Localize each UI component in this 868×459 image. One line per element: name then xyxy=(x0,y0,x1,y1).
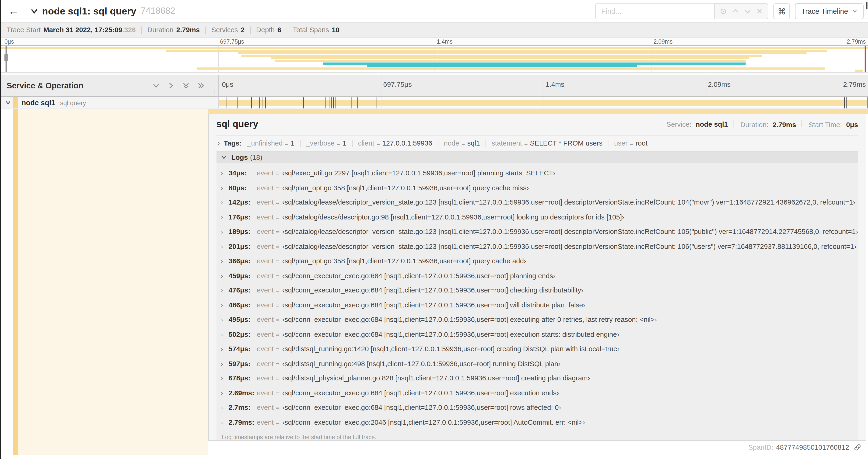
log-marker-tick xyxy=(262,97,262,108)
deep-link-icon[interactable] xyxy=(854,444,861,451)
log-row[interactable]: › 189μs: event = ‹sql/catalog/lease/desc… xyxy=(221,225,858,239)
focus-match-icon[interactable] xyxy=(717,5,729,17)
back-button[interactable]: ← xyxy=(4,0,23,22)
log-row[interactable]: › 2.79ms: event = ‹sql/conn_executor_exe… xyxy=(221,415,858,430)
log-row[interactable]: › 2.69ms: event = ‹sql/conn_executor_exe… xyxy=(221,386,858,400)
log-row[interactable]: › 142μs: event = ‹sql/catalog/lease/desc… xyxy=(221,195,858,210)
log-timestamp: 80μs: xyxy=(228,184,257,192)
find-input[interactable] xyxy=(595,3,714,19)
log-row[interactable]: › 2.7ms: event = ‹sql/conn_executor_exec… xyxy=(221,400,858,415)
log-row[interactable]: › 597μs: event = ‹sql/distsql_running.go… xyxy=(221,356,858,371)
view-selector-button[interactable]: Trace Timeline xyxy=(795,3,864,19)
log-row[interactable]: › 574μs: event = ‹sql/distsql_running.go… xyxy=(221,342,858,356)
log-expand-icon[interactable]: › xyxy=(221,199,228,206)
log-row[interactable]: › 176μs: event = ‹sql/catalog/descs/desc… xyxy=(221,210,858,225)
log-expand-icon[interactable]: › xyxy=(221,184,228,192)
tags-row[interactable]: › Tags: _unfinished = 1 _verbose = 1 xyxy=(216,135,858,151)
log-equals: = xyxy=(276,214,280,220)
next-match-icon[interactable] xyxy=(741,5,753,17)
log-row[interactable]: › 80μs: event = ‹sql/plan_opt.go:358 [ns… xyxy=(221,181,858,195)
expand-one-icon[interactable] xyxy=(167,81,175,89)
log-row[interactable]: › 486μs: event = ‹sql/conn_executor_exec… xyxy=(221,298,858,313)
log-equals: = xyxy=(276,375,280,382)
collapse-trace-icon[interactable] xyxy=(30,6,39,15)
minimap-right-scrubber[interactable] xyxy=(865,46,866,72)
page-scrollbar-thumb[interactable] xyxy=(866,2,868,9)
log-expand-icon[interactable]: › xyxy=(221,374,228,382)
span-indent-guide xyxy=(13,109,18,455)
log-expand-icon[interactable]: › xyxy=(221,287,228,294)
span-duration-bar[interactable] xyxy=(219,100,868,106)
collapse-all-icon[interactable] xyxy=(182,81,190,89)
log-timestamp: 486μs: xyxy=(228,301,257,309)
log-row[interactable]: › 34μs: event = ‹sql/exec_util.go:2297 [… xyxy=(221,166,858,181)
tag-equals: = xyxy=(524,140,528,146)
service-operation-header: Service & Operation ❘❘ xyxy=(1,75,219,96)
span-id-row: SpanID: 4877749850101760812 xyxy=(208,441,868,454)
log-expand-icon[interactable]: › xyxy=(221,272,228,280)
log-event-value: ‹sql/distsql_running.go:1420 [nsql1,clie… xyxy=(282,345,620,353)
log-row[interactable]: › 366μs: event = ‹sql/plan_opt.go:358 [n… xyxy=(221,254,858,268)
tags-expand-icon[interactable]: › xyxy=(217,139,220,147)
minimap-tick-label: 0μs xyxy=(4,38,14,45)
log-event-value: ‹sql/conn_executor_exec.go:2046 [nsql1,c… xyxy=(282,418,585,426)
log-timestamp: 201μs: xyxy=(228,242,257,250)
log-equals: = xyxy=(276,404,280,411)
log-row[interactable]: › 459μs: event = ‹sql/conn_executor_exec… xyxy=(221,268,858,283)
logs-footnote: Log timestamps are relative to the start… xyxy=(216,430,858,440)
log-row[interactable]: › 201μs: event = ‹sql/catalog/lease/desc… xyxy=(221,239,858,254)
span-indent-guide xyxy=(13,97,18,108)
collapse-one-icon[interactable] xyxy=(152,81,160,89)
log-expand-icon[interactable]: › xyxy=(221,330,228,338)
tag-item: statement = SELECT * FROM users xyxy=(480,139,602,147)
log-expand-icon[interactable]: › xyxy=(221,389,228,397)
log-row[interactable]: › 495μs: event = ‹sql/conn_executor_exec… xyxy=(221,313,858,327)
log-event-key: event xyxy=(257,330,274,338)
span-row-timeline[interactable] xyxy=(219,97,868,108)
log-expand-icon[interactable]: › xyxy=(221,418,228,426)
tag-value: 127.0.0.1:59936 xyxy=(382,139,432,147)
expand-all-icon[interactable] xyxy=(197,81,205,89)
detail-meta-label: Service: xyxy=(666,121,691,128)
log-marker-tick xyxy=(303,97,304,108)
log-event-key: event xyxy=(257,257,274,265)
logs-header[interactable]: Logs (18) xyxy=(216,152,858,163)
log-row[interactable]: › 502μs: event = ‹sql/conn_executor_exec… xyxy=(221,327,858,342)
log-event-value: ‹sql/plan_opt.go:358 [nsql1,client=127.0… xyxy=(282,184,529,192)
span-collapse-icon[interactable] xyxy=(5,100,11,106)
log-expand-icon[interactable]: › xyxy=(221,301,228,309)
minimap-tick-label: 2.09ms xyxy=(654,38,673,45)
log-expand-icon[interactable]: › xyxy=(221,228,228,236)
log-event-value: ‹sql/exec_util.go:2297 [nsql1,client=127… xyxy=(282,169,555,177)
detail-meta: Service: node sql1 Duration: 2.79ms Star… xyxy=(666,120,858,129)
summary-value: March 31 2022, 17:25:09 xyxy=(43,26,122,34)
log-marker-tick xyxy=(329,97,329,108)
prev-match-icon[interactable] xyxy=(729,5,741,17)
log-timestamp: 176μs: xyxy=(228,214,257,221)
log-row[interactable]: › 476μs: event = ‹sql/conn_executor_exec… xyxy=(221,283,858,298)
log-expand-icon[interactable]: › xyxy=(221,360,228,368)
log-expand-icon[interactable]: › xyxy=(221,404,228,412)
log-expand-icon[interactable]: › xyxy=(221,169,228,177)
log-marker-tick xyxy=(331,97,332,108)
logs-list: › 34μs: event = ‹sql/exec_util.go:2297 [… xyxy=(216,163,858,430)
summary-label: Duration xyxy=(147,26,174,34)
clear-find-icon[interactable] xyxy=(753,5,766,17)
logs-collapse-icon[interactable] xyxy=(221,154,227,160)
span-row-name-column[interactable]: node sql1 sql query xyxy=(1,97,219,108)
log-timestamp: 678μs: xyxy=(228,374,257,382)
column-resize-grip[interactable]: ❘❘ xyxy=(207,88,217,94)
span-id-label: SpanID: xyxy=(748,444,773,451)
log-expand-icon[interactable]: › xyxy=(221,257,228,265)
log-expand-icon[interactable]: › xyxy=(221,345,228,353)
log-equals: = xyxy=(276,390,280,396)
minimap-left-scrubber[interactable] xyxy=(6,46,7,72)
span-row[interactable]: node sql1 sql query xyxy=(1,97,868,109)
log-timestamp: 366μs: xyxy=(228,257,257,265)
log-expand-icon[interactable]: › xyxy=(221,214,228,221)
log-expand-icon[interactable]: › xyxy=(221,316,228,324)
keyboard-shortcuts-button[interactable]: ⌘ xyxy=(774,3,790,19)
minimap-canvas[interactable] xyxy=(1,45,868,72)
log-row[interactable]: › 678μs: event = ‹sql/distsql_physical_p… xyxy=(221,371,858,386)
log-expand-icon[interactable]: › xyxy=(221,242,228,250)
